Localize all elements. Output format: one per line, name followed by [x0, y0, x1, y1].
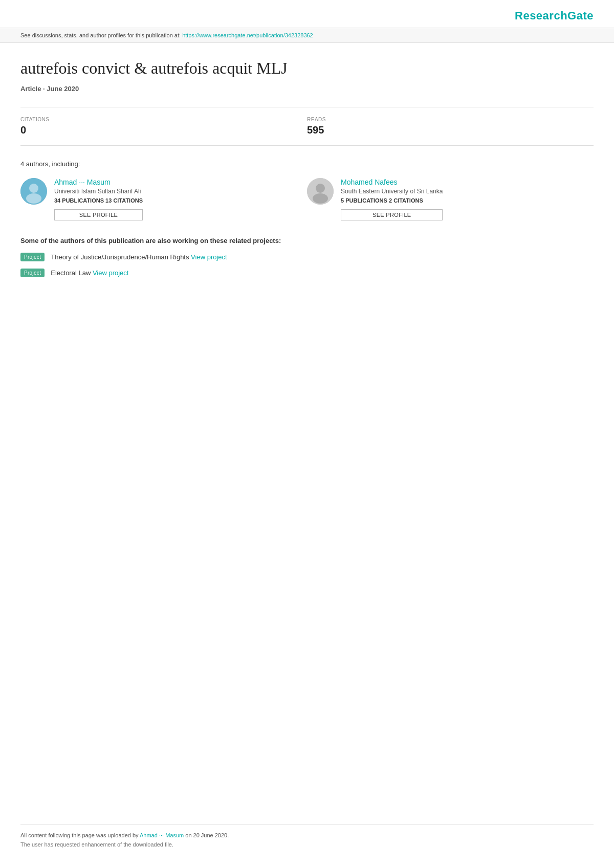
footer-note: The user has requested enhancement of th… — [20, 841, 594, 848]
svg-point-4 — [316, 184, 325, 193]
author-photo-0 — [20, 178, 47, 205]
project-item-1: Project Electoral Law View project — [20, 269, 594, 277]
project-link-1[interactable]: View project — [93, 269, 129, 277]
author-info-0: Ahmad ··· Masum Universiti Islam Sultan … — [54, 178, 143, 220]
svg-point-2 — [26, 193, 41, 204]
see-profile-button-1[interactable]: SEE PROFILE — [341, 209, 443, 220]
author-info-1: Mohamed Nafees South Eastern University … — [341, 178, 443, 220]
author-card-0: Ahmad ··· Masum Universiti Islam Sultan … — [20, 178, 307, 220]
article-title: autrefois convict & autrefois acquit MLJ — [20, 58, 594, 78]
author-pub-count-1: 5 — [341, 197, 344, 204]
author-name-1[interactable]: Mohamed Nafees — [341, 178, 443, 186]
reads-block: READS 595 — [307, 117, 594, 136]
author-photo-svg-1 — [307, 178, 334, 205]
project-title-0: Theory of Justice/Jurisprudence/Human Ri… — [51, 253, 191, 261]
notice-link[interactable]: https://www.researchgate.net/publication… — [182, 32, 313, 38]
author-cit-label-1: CITATIONS — [393, 197, 423, 204]
page-wrapper: ResearchGate See discussions, stats, and… — [0, 0, 614, 868]
authors-grid: Ahmad ··· Masum Universiti Islam Sultan … — [20, 178, 594, 220]
project-title-1: Electoral Law — [51, 269, 93, 277]
project-text-0: Theory of Justice/Jurisprudence/Human Ri… — [51, 253, 227, 261]
project-text-1: Electoral Law View project — [51, 269, 128, 277]
projects-section: Some of the authors of this publication … — [20, 237, 594, 277]
author-avatar-0 — [20, 178, 47, 205]
footer-prefix: All content following this page was uplo… — [20, 832, 140, 838]
author-pub-label-0: PUBLICATIONS — [62, 197, 105, 204]
author-photo-1 — [307, 178, 334, 205]
authors-heading: 4 authors, including: — [20, 160, 594, 168]
author-name-0[interactable]: Ahmad ··· Masum — [54, 178, 143, 186]
reads-label: READS — [307, 117, 594, 122]
author-cit-count-0: 13 — [105, 197, 112, 204]
stats-row: CITATIONS 0 READS 595 — [20, 117, 594, 146]
project-item-0: Project Theory of Justice/Jurisprudence/… — [20, 253, 594, 261]
footer-date: on 20 June 2020. — [184, 832, 229, 838]
footer-upload-text: All content following this page was uplo… — [20, 832, 594, 838]
footer-author-link[interactable]: Ahmad ··· Masum — [140, 832, 184, 838]
author-cit-label-0: CITATIONS — [113, 197, 143, 204]
header: ResearchGate — [0, 0, 614, 28]
citations-label: CITATIONS — [20, 117, 307, 122]
reads-value: 595 — [307, 124, 594, 136]
main-content: autrefois convict & autrefois acquit MLJ… — [0, 43, 614, 305]
notice-bar: See discussions, stats, and author profi… — [0, 28, 614, 43]
svg-point-1 — [29, 184, 38, 193]
project-badge-1: Project — [20, 269, 45, 277]
author-pub-label-1: PUBLICATIONS — [345, 197, 389, 204]
projects-heading: Some of the authors of this publication … — [20, 237, 594, 244]
researchgate-logo: ResearchGate — [515, 9, 594, 23]
see-profile-button-0[interactable]: SEE PROFILE — [54, 209, 143, 220]
author-pub-count-0: 34 — [54, 197, 60, 204]
project-badge-0: Project — [20, 253, 45, 261]
author-stats-1: 5 PUBLICATIONS 2 CITATIONS — [341, 197, 443, 204]
author-stats-0: 34 PUBLICATIONS 13 CITATIONS — [54, 197, 143, 204]
author-avatar-1 — [307, 178, 334, 205]
project-link-0[interactable]: View project — [191, 253, 227, 261]
article-meta: Article · June 2020 — [20, 85, 594, 93]
notice-text: See discussions, stats, and author profi… — [20, 32, 182, 38]
author-institution-1: South Eastern University of Sri Lanka — [341, 188, 443, 195]
stats-divider — [20, 107, 594, 107]
author-institution-0: Universiti Islam Sultan Sharif Ali — [54, 188, 143, 195]
svg-point-5 — [313, 193, 328, 204]
author-cit-count-1: 2 — [389, 197, 392, 204]
author-photo-svg-0 — [20, 178, 47, 205]
author-card-1: Mohamed Nafees South Eastern University … — [307, 178, 594, 220]
citations-block: CITATIONS 0 — [20, 117, 307, 136]
footer: All content following this page was uplo… — [20, 825, 594, 848]
citations-value: 0 — [20, 124, 307, 136]
